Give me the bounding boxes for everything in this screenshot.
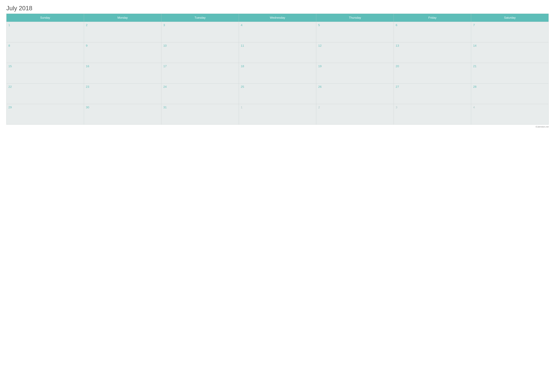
day-number: 24: [163, 85, 167, 88]
day-number: 13: [396, 44, 399, 47]
day-number: 4: [241, 23, 242, 27]
calendar-cell: 20: [394, 63, 471, 84]
calendar-cell: 13: [394, 42, 471, 63]
calendar-cell: 16: [84, 63, 161, 84]
calendar-cell: 31: [161, 104, 239, 125]
day-number: 10: [163, 44, 167, 47]
calendar-body: 1234567891011121314151617181920212223242…: [7, 22, 549, 125]
day-number: 28: [473, 85, 476, 88]
day-number: 1: [241, 106, 242, 109]
calendar-cell: 5: [316, 22, 394, 42]
day-number: 30: [86, 106, 89, 109]
calendar-cell: 21: [471, 63, 549, 84]
calendar-cell: 15: [7, 63, 84, 84]
calendar-cell: 1: [239, 104, 316, 125]
calendar-cell: 2: [316, 104, 394, 125]
calendar-cell: 25: [239, 84, 316, 104]
page-title: July 2018: [6, 5, 549, 12]
calendar-cell: 10: [161, 42, 239, 63]
day-number: 2: [318, 106, 320, 109]
day-number: 17: [163, 64, 167, 68]
day-number: 19: [318, 64, 321, 68]
calendar-cell: 23: [84, 84, 161, 104]
day-number: 22: [8, 85, 12, 88]
week-row-1: 1234567: [7, 22, 549, 42]
calendar-cell: 4: [239, 22, 316, 42]
calendar-cell: 11: [239, 42, 316, 63]
day-number: 12: [318, 44, 321, 47]
calendar-cell: 2: [84, 22, 161, 42]
day-number: 29: [8, 106, 12, 109]
weekday-header-friday: Friday: [394, 14, 471, 22]
weekday-header-row: SundayMondayTuesdayWednesdayThursdayFrid…: [7, 14, 549, 22]
week-row-2: 891011121314: [7, 42, 549, 63]
calendar-cell: 24: [161, 84, 239, 104]
day-number: 4: [473, 106, 475, 109]
day-number: 16: [86, 64, 89, 68]
day-number: 1: [8, 23, 10, 27]
calendar-cell: 3: [394, 104, 471, 125]
day-number: 9: [86, 44, 88, 47]
calendar-cell: 19: [316, 63, 394, 84]
day-number: 3: [396, 106, 397, 109]
day-number: 21: [473, 64, 476, 68]
day-number: 27: [396, 85, 399, 88]
calendar-cell: 3: [161, 22, 239, 42]
calendar-cell: 29: [7, 104, 84, 125]
calendar-cell: 18: [239, 63, 316, 84]
day-number: 7: [473, 23, 475, 27]
day-number: 23: [86, 85, 89, 88]
calendar-cell: 22: [7, 84, 84, 104]
calendar-table: SundayMondayTuesdayWednesdayThursdayFrid…: [6, 14, 549, 125]
calendar-cell: 8: [7, 42, 84, 63]
calendar-cell: 7: [471, 22, 549, 42]
calendar-header: SundayMondayTuesdayWednesdayThursdayFrid…: [7, 14, 549, 22]
calendar-cell: 28: [471, 84, 549, 104]
day-number: 5: [318, 23, 320, 27]
day-number: 18: [241, 64, 244, 68]
day-number: 8: [8, 44, 10, 47]
day-number: 6: [396, 23, 397, 27]
week-row-4: 22232425262728: [7, 84, 549, 104]
weekday-header-saturday: Saturday: [471, 14, 549, 22]
weekday-header-wednesday: Wednesday: [239, 14, 316, 22]
calendar-cell: 4: [471, 104, 549, 125]
calendar-cell: 12: [316, 42, 394, 63]
day-number: 11: [241, 44, 244, 47]
day-number: 31: [163, 106, 167, 109]
day-number: 14: [473, 44, 476, 47]
day-number: 15: [8, 64, 12, 68]
calendar-cell: 14: [471, 42, 549, 63]
calendar-cell: 6: [394, 22, 471, 42]
footer-brand: iCalendars.net: [6, 126, 549, 128]
day-number: 3: [163, 23, 165, 27]
calendar-cell: 9: [84, 42, 161, 63]
weekday-header-monday: Monday: [84, 14, 161, 22]
week-row-3: 15161718192021: [7, 63, 549, 84]
day-number: 25: [241, 85, 244, 88]
calendar-cell: 1: [7, 22, 84, 42]
calendar-cell: 30: [84, 104, 161, 125]
calendar-cell: 27: [394, 84, 471, 104]
calendar-cell: 17: [161, 63, 239, 84]
week-row-5: 2930311234: [7, 104, 549, 125]
day-number: 26: [318, 85, 321, 88]
day-number: 2: [86, 23, 88, 27]
weekday-header-thursday: Thursday: [316, 14, 394, 22]
weekday-header-sunday: Sunday: [7, 14, 84, 22]
weekday-header-tuesday: Tuesday: [161, 14, 239, 22]
calendar-cell: 26: [316, 84, 394, 104]
day-number: 20: [396, 64, 399, 68]
